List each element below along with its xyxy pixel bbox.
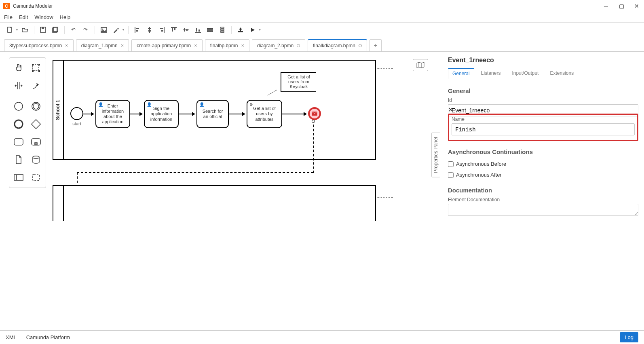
app-title: Camunda Modeler: [13, 3, 602, 9]
open-file-button[interactable]: [19, 24, 31, 36]
data-store-tool[interactable]: [28, 152, 44, 167]
close-tab-icon[interactable]: ×: [241, 42, 244, 49]
lasso-tool[interactable]: [28, 60, 44, 76]
pool-school-1[interactable]: School 1 start 👤 Enter information about…: [53, 60, 376, 160]
palette-separator: [11, 96, 44, 96]
align-right-button[interactable]: [156, 24, 167, 36]
distribute-h-button[interactable]: [205, 24, 216, 36]
document-tab-active[interactable]: finalkdiagram.bpmn: [308, 39, 367, 51]
end-event-tool[interactable]: [11, 116, 26, 132]
start-event-tool[interactable]: [11, 99, 26, 114]
add-tab-button[interactable]: +: [370, 39, 382, 51]
async-after-row[interactable]: Asynchronous After: [448, 172, 638, 178]
start-event[interactable]: [70, 107, 83, 120]
task-sign[interactable]: 👤 Sign the application information: [144, 100, 179, 128]
separator: [64, 26, 65, 34]
connect-tool[interactable]: [28, 78, 44, 93]
async-before-row[interactable]: Asynchronous Before: [448, 161, 638, 167]
sequence-flow[interactable]: [179, 114, 195, 114]
deploy-button[interactable]: [235, 24, 246, 36]
minimize-button[interactable]: ─: [602, 2, 610, 10]
id-label: Id: [448, 97, 638, 103]
svg-rect-40: [14, 139, 23, 145]
data-object-tool[interactable]: [11, 152, 26, 167]
sequence-flow[interactable]: [130, 114, 142, 114]
new-file-button[interactable]: [4, 24, 15, 36]
dropdown-icon[interactable]: ▼: [15, 28, 19, 32]
close-button[interactable]: ✕: [633, 2, 641, 10]
maximize-button[interactable]: ▢: [617, 2, 625, 10]
user-task-icon: 👤: [199, 102, 204, 107]
run-button[interactable]: [247, 24, 258, 36]
image-button[interactable]: [98, 24, 110, 36]
sequence-flow[interactable]: [282, 114, 306, 114]
documentation-field[interactable]: [448, 204, 638, 216]
props-tab-general[interactable]: General: [448, 68, 474, 79]
props-tab-io[interactable]: Input/Output: [507, 68, 543, 79]
align-top-button[interactable]: [168, 24, 179, 36]
svg-rect-27: [211, 28, 213, 32]
intermediate-event-tool[interactable]: [28, 99, 44, 114]
task-label: Sign the application information: [147, 106, 175, 122]
dropdown-icon[interactable]: ▼: [122, 28, 125, 32]
group-tool[interactable]: [28, 170, 44, 185]
document-tab[interactable]: diagram_2.bpmn: [252, 39, 305, 51]
async-after-checkbox[interactable]: [448, 172, 454, 178]
props-tab-listeners[interactable]: Listeners: [477, 68, 505, 79]
redo-button[interactable]: ↷: [80, 24, 91, 36]
save-all-button[interactable]: [50, 24, 61, 36]
task-search[interactable]: 👤 Search for an official: [196, 100, 229, 128]
close-tab-icon[interactable]: ×: [121, 42, 124, 49]
document-tab[interactable]: finalbp.bpmn×: [205, 39, 249, 51]
menu-edit[interactable]: Edit: [19, 14, 28, 20]
sequence-flow[interactable]: [83, 114, 94, 114]
gateway-tool[interactable]: [28, 116, 44, 132]
text-annotation[interactable]: Get a list of users from Keycloak: [281, 72, 316, 92]
distribute-v-button[interactable]: [217, 24, 228, 36]
subprocess-tool[interactable]: [28, 134, 44, 150]
menu-window[interactable]: Window: [34, 14, 53, 20]
save-button[interactable]: [38, 24, 49, 36]
align-left-button[interactable]: [132, 24, 143, 36]
canvas[interactable]: Properties Panel School 1 start 👤 Enter …: [0, 52, 442, 221]
task-tool[interactable]: [11, 134, 26, 150]
message-flow[interactable]: [313, 120, 314, 173]
message-throw-event[interactable]: [308, 107, 321, 120]
close-tab-icon[interactable]: ×: [65, 42, 68, 49]
svg-rect-23: [196, 28, 197, 32]
document-tab[interactable]: diagram_1.bpmn×: [76, 39, 129, 51]
sequence-flow[interactable]: [229, 114, 245, 114]
task-get-users[interactable]: ⚙ Get a list of users by attributes: [247, 100, 282, 128]
close-tab-icon[interactable]: ×: [194, 42, 197, 49]
dropdown-icon[interactable]: ▼: [258, 28, 262, 32]
bpmn-diagram[interactable]: School 1 start 👤 Enter information about…: [53, 60, 422, 213]
document-tab[interactable]: create-app-primary.bpmn×: [131, 39, 202, 51]
name-field[interactable]: Finish: [452, 123, 635, 135]
message-flow[interactable]: [77, 172, 313, 173]
tab-label: 3typessubprocess.bpmn: [9, 43, 62, 49]
align-bottom-button[interactable]: [192, 24, 204, 36]
task-label: Search for an official: [200, 109, 226, 119]
minimap-toggle[interactable]: [413, 59, 428, 71]
pool-tool[interactable]: [11, 170, 26, 185]
tab-label: diagram_2.bpmn: [257, 43, 293, 49]
clear-id-button[interactable]: ✕: [448, 106, 636, 114]
hand-tool[interactable]: [11, 60, 26, 76]
async-before-checkbox[interactable]: [448, 161, 454, 167]
align-middle-button[interactable]: [180, 24, 192, 36]
space-tool[interactable]: [11, 78, 26, 93]
task-label: Get a list of users by attributes: [250, 106, 279, 122]
properties-panel-toggle[interactable]: Properties Panel: [431, 133, 440, 177]
color-button[interactable]: [110, 24, 122, 36]
align-center-button[interactable]: [144, 24, 155, 36]
props-tab-extensions[interactable]: Extensions: [545, 68, 578, 79]
pool-school-2[interactable]: School 2 📜 Download the list of official…: [53, 185, 376, 221]
workspace: Properties Panel School 1 start 👤 Enter …: [0, 52, 644, 221]
svg-rect-8: [136, 28, 139, 29]
svg-rect-29: [221, 29, 224, 30]
task-enter-info[interactable]: 👤 Enter information about the applicatio…: [95, 100, 130, 128]
menu-file[interactable]: File: [4, 14, 13, 20]
menu-help[interactable]: Help: [60, 14, 71, 20]
document-tab[interactable]: 3typessubprocess.bpmn×: [4, 39, 74, 51]
undo-button[interactable]: ↶: [68, 24, 79, 36]
